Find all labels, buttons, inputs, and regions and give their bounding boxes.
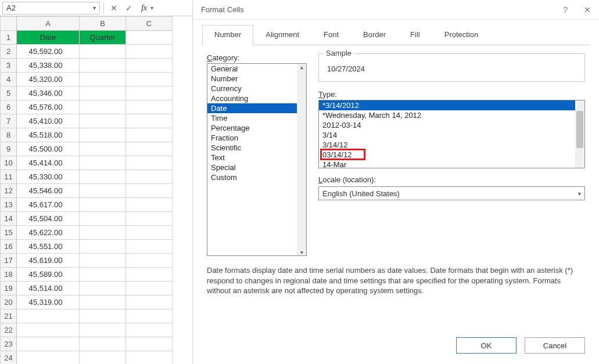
- tab-protection[interactable]: Protection: [432, 25, 491, 45]
- cell[interactable]: [126, 309, 173, 323]
- category-item[interactable]: Scientific: [207, 143, 306, 153]
- cell[interactable]: [80, 184, 126, 198]
- category-listbox[interactable]: GeneralNumberCurrencyAccountingDateTimeP…: [207, 63, 307, 256]
- row-header[interactable]: 12: [1, 184, 17, 198]
- close-icon[interactable]: ✕: [584, 5, 591, 15]
- category-item[interactable]: Percentage: [207, 123, 306, 133]
- category-item[interactable]: Time: [207, 113, 306, 123]
- cell[interactable]: [80, 73, 126, 87]
- cell[interactable]: 45,410.00: [17, 114, 80, 128]
- cell[interactable]: [126, 87, 173, 100]
- type-item[interactable]: 2012-03-14: [319, 120, 584, 130]
- row-header[interactable]: 9: [1, 142, 17, 156]
- cell[interactable]: [80, 100, 126, 114]
- cell[interactable]: [126, 114, 173, 128]
- cell[interactable]: [17, 309, 80, 323]
- cell[interactable]: 45,576.00: [17, 100, 80, 114]
- type-item[interactable]: 3/14/12: [319, 140, 584, 150]
- row-header[interactable]: 6: [1, 100, 17, 114]
- cell[interactable]: [126, 45, 173, 59]
- help-icon[interactable]: ?: [563, 5, 568, 15]
- row-header[interactable]: 22: [1, 323, 17, 337]
- scroll-down-icon[interactable]: ▾: [300, 249, 303, 255]
- column-header[interactable]: A: [17, 17, 80, 31]
- cell[interactable]: [80, 309, 126, 323]
- category-item[interactable]: Text: [207, 153, 306, 163]
- grid-table[interactable]: ABC1DateQuarter245,592.00345,338.00445,3…: [0, 16, 173, 364]
- cell[interactable]: 45,514.00: [17, 282, 80, 295]
- cell[interactable]: [126, 100, 173, 114]
- row-header[interactable]: 11: [1, 170, 17, 184]
- row-header[interactable]: 24: [1, 351, 17, 365]
- category-item[interactable]: Special: [207, 163, 306, 172]
- cell[interactable]: [126, 295, 173, 309]
- cell[interactable]: [126, 337, 173, 351]
- type-item[interactable]: *3/14/2012: [319, 100, 584, 110]
- cell[interactable]: [80, 128, 126, 142]
- cell[interactable]: [80, 142, 126, 156]
- cell[interactable]: 45,330.00: [17, 170, 80, 184]
- name-box[interactable]: A2 ▾: [2, 2, 100, 15]
- row-header[interactable]: 14: [1, 212, 17, 226]
- category-item[interactable]: Currency: [207, 84, 306, 93]
- cell[interactable]: 45,338.00: [17, 59, 80, 73]
- cell[interactable]: 45,619.00: [17, 254, 80, 268]
- cell[interactable]: [80, 114, 126, 128]
- cell[interactable]: [80, 351, 126, 365]
- cell[interactable]: [126, 351, 173, 365]
- cell[interactable]: 45,500.00: [17, 142, 80, 156]
- cell[interactable]: [126, 268, 173, 282]
- category-item[interactable]: Date: [207, 103, 306, 113]
- cell[interactable]: [80, 268, 126, 282]
- cell[interactable]: 45,414.00: [17, 156, 80, 170]
- row-header[interactable]: 1: [1, 31, 17, 45]
- scroll-up-icon[interactable]: ▴: [300, 64, 303, 70]
- cancel-entry-icon[interactable]: ✕: [107, 2, 120, 15]
- cell[interactable]: [126, 142, 173, 156]
- cell[interactable]: [80, 87, 126, 100]
- type-item[interactable]: *Wednesday, March 14, 2012: [319, 110, 584, 120]
- cell[interactable]: 45,546.00: [17, 184, 80, 198]
- cell[interactable]: [80, 156, 126, 170]
- category-item[interactable]: Fraction: [207, 133, 306, 143]
- cell[interactable]: 45,346.00: [17, 87, 80, 100]
- cell[interactable]: 45,592.00: [17, 45, 80, 59]
- row-header[interactable]: 20: [1, 295, 17, 309]
- cell[interactable]: [126, 170, 173, 184]
- cell[interactable]: 45,320.00: [17, 73, 80, 87]
- tab-alignment[interactable]: Alignment: [253, 25, 311, 45]
- row-header[interactable]: 7: [1, 114, 17, 128]
- locale-select[interactable]: English (United States) ▾: [318, 186, 585, 200]
- cell[interactable]: [17, 323, 80, 337]
- row-header[interactable]: 4: [1, 73, 17, 87]
- cell[interactable]: [126, 128, 173, 142]
- cell[interactable]: [80, 240, 126, 254]
- row-header[interactable]: 2: [1, 45, 17, 59]
- cell[interactable]: [126, 254, 173, 268]
- cell[interactable]: [126, 282, 173, 295]
- cell[interactable]: [80, 59, 126, 73]
- cell[interactable]: [126, 31, 173, 45]
- type-item[interactable]: 03/14/12: [319, 150, 584, 160]
- row-header[interactable]: 23: [1, 337, 17, 351]
- cell[interactable]: [80, 282, 126, 295]
- row-header[interactable]: 16: [1, 240, 17, 254]
- cancel-button[interactable]: Cancel: [525, 337, 585, 354]
- cell[interactable]: [126, 198, 173, 212]
- row-header[interactable]: 21: [1, 309, 17, 323]
- ok-button[interactable]: OK: [456, 337, 516, 354]
- tab-fill[interactable]: Fill: [398, 25, 432, 45]
- cell[interactable]: [126, 240, 173, 254]
- cell[interactable]: 45,551.00: [17, 240, 80, 254]
- scrollbar[interactable]: ▴ ▾: [297, 64, 306, 255]
- row-header[interactable]: 10: [1, 156, 17, 170]
- type-item[interactable]: 3/14: [319, 130, 584, 140]
- cell[interactable]: [126, 156, 173, 170]
- cell[interactable]: 45,518.00: [17, 128, 80, 142]
- cell[interactable]: [17, 337, 80, 351]
- column-header[interactable]: B: [80, 17, 126, 31]
- row-header[interactable]: 5: [1, 87, 17, 100]
- accept-entry-icon[interactable]: ✓: [123, 2, 135, 15]
- cell[interactable]: [17, 351, 80, 365]
- select-all-corner[interactable]: [1, 17, 17, 31]
